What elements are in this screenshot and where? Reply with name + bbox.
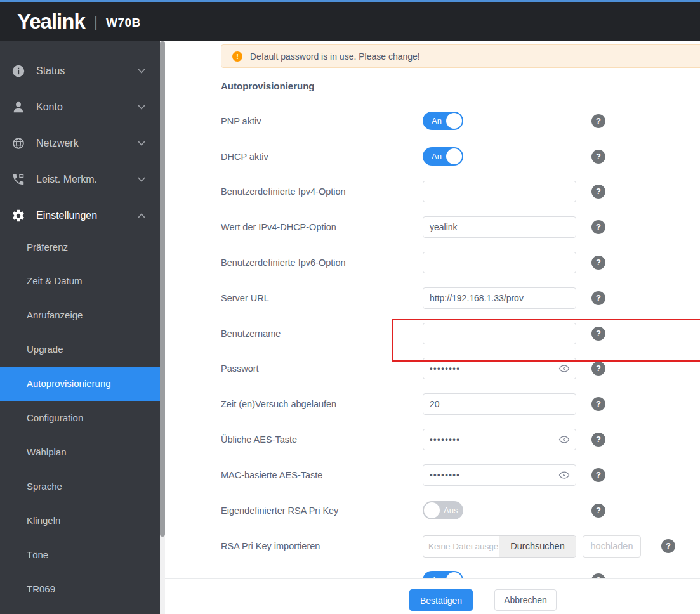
sidebar-item-netzwerk[interactable]: Netzwerk: [0, 125, 160, 161]
sidebar-subitem-label: Zeit & Datum: [27, 275, 83, 286]
field-label: Server URL: [221, 287, 269, 309]
sidebar-subitem-tr069[interactable]: TR069: [0, 572, 160, 606]
password-input[interactable]: ••••••••: [423, 358, 576, 379]
field-label: Benutzername: [221, 323, 281, 344]
eye-icon[interactable]: [558, 470, 570, 480]
field-label: Benutzerdefinierte Ipv6-Option: [221, 252, 346, 273]
help-icon[interactable]: ?: [661, 539, 675, 553]
warning-text: Default password is in use. Please chang…: [250, 51, 420, 62]
sidebar-subitem-configuration[interactable]: Configuration: [0, 401, 160, 435]
password-input[interactable]: ••••••••: [423, 464, 576, 486]
sidebar-subitem-label: Autoprovisionierung: [27, 378, 111, 389]
sidebar-nav: StatusKontoNetzwerkLeist. Merkm.Einstell…: [0, 41, 160, 614]
eye-icon[interactable]: [558, 363, 570, 374]
chevron-down-icon: [137, 175, 146, 184]
help-icon[interactable]: ?: [591, 468, 605, 482]
sidebar-subitem-t-ne[interactable]: Töne: [0, 537, 160, 572]
text-input[interactable]: 20: [423, 393, 576, 415]
sidebar-subitem-label: TR069: [27, 584, 55, 594]
field-label: Übliche AES-Taste: [221, 429, 297, 450]
form-row: PNP aktivAn?: [221, 110, 675, 132]
main-content: ! Default password is in use. Please cha…: [165, 41, 700, 614]
form-row: Passwort••••••••?: [221, 358, 675, 379]
help-icon[interactable]: ?: [591, 291, 605, 305]
text-input[interactable]: http://192.168.1.33/prov: [423, 287, 576, 309]
sidebar-subitem-label: Upgrade: [27, 344, 63, 355]
sidebar-subitem-label: Sprache: [27, 481, 62, 492]
sidebar-subitem-label: Präferenz: [27, 242, 68, 252]
sidebar-item-konto[interactable]: Konto: [0, 89, 160, 125]
chevron-down-icon: [137, 139, 146, 148]
sidebar-subitem-autoprovisionierung[interactable]: Autoprovisionierung: [0, 367, 160, 401]
text-input[interactable]: yealink: [423, 216, 576, 238]
toggle-on[interactable]: An: [423, 112, 463, 130]
sidebar-subitem-label: Töne: [27, 549, 48, 560]
toggle-state-label: Aus: [444, 501, 458, 519]
confirm-button[interactable]: Bestätigen: [409, 589, 473, 611]
sidebar-item-label: Netzwerk: [36, 138, 137, 149]
help-icon[interactable]: ?: [591, 362, 605, 376]
form-row: Eigendefinierter RSA Pri KeyAus?: [221, 500, 675, 521]
sidebar-item-label: Konto: [36, 101, 137, 113]
eye-icon[interactable]: [558, 434, 570, 445]
chevron-down-icon: [137, 67, 146, 75]
yealink-web-ui: Yealink | W70B StatusKontoNetzwerkLeist.…: [0, 0, 700, 614]
help-icon[interactable]: ?: [591, 185, 605, 199]
help-icon[interactable]: ?: [591, 220, 605, 234]
form-row: Benutzername?: [221, 323, 675, 344]
device-model: W70B: [106, 16, 141, 30]
user-icon: [11, 100, 25, 114]
sidebar-subitem-zeit-datum[interactable]: Zeit & Datum: [0, 264, 160, 298]
sidebar-subitem-upgrade[interactable]: Upgrade: [0, 332, 160, 367]
file-placeholder: Keine Datei ausge: [423, 536, 499, 557]
form-row: Server URLhttp://192.168.1.33/prov?: [221, 287, 675, 309]
app-header: Yealink | W70B: [0, 2, 700, 41]
form-row: DHCP aktivAn?: [221, 146, 675, 167]
form-row: Zeit (en)Versuch abgelaufen20?: [221, 393, 675, 415]
sidebar-subitem-sprache[interactable]: Sprache: [0, 469, 160, 503]
toggle-off[interactable]: Aus: [423, 501, 463, 519]
sidebar-item-leist-merkm-[interactable]: Leist. Merkm.: [0, 161, 160, 197]
sidebar-subitem-klingeln[interactable]: Klingeln: [0, 503, 160, 537]
sidebar-subitem-label: Wählplan: [27, 447, 67, 457]
phone-icon: [11, 173, 25, 186]
help-icon[interactable]: ?: [591, 504, 605, 518]
help-icon[interactable]: ?: [591, 150, 605, 164]
sidebar-subitem-w-hlplan[interactable]: Wählplan: [0, 434, 160, 469]
upload-button[interactable]: hochladen: [583, 535, 641, 558]
field-label: Wert der IPv4-DHCP-Option: [221, 216, 336, 238]
toggle-knob: [424, 502, 440, 518]
info-icon: [11, 64, 25, 78]
cancel-button[interactable]: Abbrechen: [494, 589, 557, 611]
sidebar-scrollbar[interactable]: [160, 41, 165, 614]
toggle-knob: [446, 148, 462, 164]
text-input[interactable]: [423, 323, 576, 344]
text-input[interactable]: [423, 181, 576, 202]
toggle-on[interactable]: An: [423, 147, 463, 166]
sidebar-subitem-pr-ferenz[interactable]: Präferenz: [0, 230, 160, 264]
help-icon[interactable]: ?: [591, 256, 605, 270]
help-icon[interactable]: ?: [591, 327, 605, 341]
warning-icon: !: [232, 51, 242, 62]
field-label: MAC-basierte AES-Taste: [221, 464, 322, 486]
help-icon[interactable]: ?: [591, 433, 605, 447]
file-input[interactable]: Keine Datei ausgeDurchsuchen: [423, 535, 576, 558]
help-icon[interactable]: ?: [591, 397, 605, 411]
text-input[interactable]: [423, 252, 576, 273]
field-label: RSA Pri Key importieren: [221, 535, 320, 557]
sidebar-subitem-anrufanzeige[interactable]: Anrufanzeige: [0, 298, 160, 332]
form-row: RSA Pri Key importierenKeine Datei ausge…: [221, 535, 675, 557]
sidebar-subitem-label: Klingeln: [27, 515, 60, 526]
field-label: Passwort: [221, 358, 259, 379]
browse-button[interactable]: Durchsuchen: [499, 536, 576, 557]
form-row: Wert der IPv4-DHCP-Optionyealink?: [221, 216, 675, 238]
sidebar-item-einstellungen[interactable]: Einstellungen: [0, 197, 160, 233]
field-label: Zeit (en)Versuch abgelaufen: [221, 393, 336, 415]
password-input[interactable]: ••••••••: [423, 429, 576, 450]
help-icon[interactable]: ?: [591, 114, 605, 128]
sidebar-scrollbar-thumb[interactable]: [160, 41, 165, 537]
sidebar-subitem-label: Anrufanzeige: [27, 310, 83, 320]
sidebar-item-status[interactable]: Status: [0, 53, 160, 89]
sidebar-item-label: Status: [36, 65, 137, 77]
footer-bar: Bestätigen Abbrechen: [165, 578, 700, 614]
